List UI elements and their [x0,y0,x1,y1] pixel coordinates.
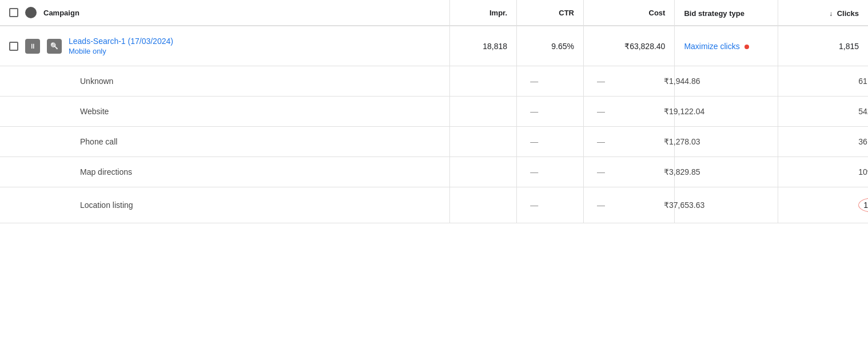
sub-row-cost: ₹1,278.03 [664,137,700,146]
row-checkbox[interactable] [9,42,18,51]
sub-row-ctr-cell: — [517,187,584,223]
red-dot-indicator [744,45,749,49]
bid-strategy-header-label: Bid strategy type [684,9,744,18]
campaign-bid-strategy-cell: Maximize clicks [675,26,778,66]
sub-row-name-cell: Location listing [0,187,450,223]
sub-row-name-cell: Unknown [0,66,450,97]
sub-row-clicks: 109 [858,167,868,177]
cost-column-header[interactable]: Cost [583,0,674,26]
campaign-impr-value: 18,818 [483,42,507,51]
table-header-row: Campaign Impr. CTR Cost Bid strategy typ… [0,0,868,26]
bid-strategy-value: Maximize clicks [684,42,739,51]
campaign-ctr-value: 9.65% [551,42,574,51]
sub-row-clicks-cell: 542 [778,97,868,127]
sub-row-cost: ₹3,829.85 [664,167,700,177]
campaign-name-block: Leads-Search-1 (17/03/2024) Mobile only [69,37,173,55]
header-checkbox[interactable] [9,8,18,17]
sub-row-impr-cell: — [450,157,517,187]
search-icon [47,39,62,54]
sub-row-ctr: — [597,167,605,177]
sub-row-name-cell: Website [0,97,450,127]
sub-row-name: Website [80,107,109,116]
ctr-header-label: CTR [559,9,574,17]
sub-row-clicks: 36 [858,137,867,146]
campaign-impr-cell: 18,818 [450,26,517,66]
campaign-link[interactable]: Leads-Search-1 (17/03/2024) [69,37,173,46]
sub-row-ctr-cell: — [517,157,584,187]
sub-row-clicks-circled: 1,067 [858,198,868,212]
campaign-ctr-cell: 9.65% [517,26,584,66]
sub-row-ctr: — [597,107,605,116]
sub-row-map-directions: Map directions — — ₹3,829.85 109 [0,157,868,187]
sub-row-unknown: Unknown — — ₹1,944.86 61 [0,66,868,97]
campaign-clicks-value: 1,815 [839,42,859,51]
bid-strategy-link[interactable]: Maximize clicks [684,42,742,51]
campaign-row: Leads-Search-1 (17/03/2024) Mobile only … [0,26,868,66]
sub-row-ctr: — [597,200,605,210]
campaign-cost-value: ₹63,828.40 [624,42,665,51]
sort-arrow-icon: ↓ [829,10,833,18]
impr-header-label: Impr. [489,9,507,17]
sub-row-cost: ₹1,944.86 [664,77,700,86]
clicks-header-label: Clicks [837,9,859,18]
campaign-name-line1: Leads-Search-1 (17/03/2024) [69,37,173,46]
sub-row-clicks: 61 [858,77,867,86]
sub-row-ctr: — [597,137,605,146]
cost-header-label: Cost [649,9,666,17]
clicks-column-header[interactable]: ↓ Clicks [778,0,868,26]
bid-strategy-column-header[interactable]: Bid strategy type [675,0,778,26]
sub-row-name: Unknown [80,77,113,86]
campaign-column-header[interactable]: Campaign [0,0,450,26]
sub-row-ctr-cell: — [517,127,584,157]
sub-row-website: Website — — ₹19,122.04 542 [0,97,868,127]
impr-column-header[interactable]: Impr. [450,0,517,26]
sub-row-impr-cell: — [450,97,517,127]
campaign-name-cell: Leads-Search-1 (17/03/2024) Mobile only [0,26,450,66]
sub-row-ctr: — [597,77,605,86]
sub-row-impr-cell: — [450,187,517,223]
sub-row-impr-cell: — [450,127,517,157]
sub-row-name-cell: Map directions [0,157,450,187]
sub-row-cost: ₹19,122.04 [664,107,704,116]
sub-row-ctr-cell: — [517,97,584,127]
campaign-clicks-cell: 1,815 [778,26,868,66]
campaign-cost-cell: ₹63,828.40 [583,26,674,66]
ctr-column-header[interactable]: CTR [517,0,584,26]
sub-row-name: Phone call [80,137,117,146]
sub-row-clicks-cell: 36 [778,127,868,157]
campaign-header-label: Campaign [43,9,79,17]
sub-row-impr: — [530,77,538,86]
sub-row-impr: — [530,107,538,116]
sub-row-clicks-cell: 1,067 [778,187,868,223]
sub-row-impr: — [530,167,538,177]
sub-row-clicks: 542 [858,107,868,116]
sub-row-location-listing: Location listing — — ₹37,653.63 1,067 [0,187,868,223]
table-container: Campaign Impr. CTR Cost Bid strategy typ… [0,0,868,223]
sub-row-impr-cell: — [450,66,517,97]
sub-row-clicks-cell: 61 [778,66,868,97]
campaigns-table: Campaign Impr. CTR Cost Bid strategy typ… [0,0,868,223]
sub-row-impr: — [530,137,538,146]
sub-row-name-cell: Phone call [0,127,450,157]
pause-icon[interactable] [25,39,40,54]
sub-row-clicks-cell: 109 [778,157,868,187]
sub-row-ctr-cell: — [517,66,584,97]
sub-row-phone-call: Phone call — — ₹1,278.03 36 [0,127,868,157]
sub-row-cost: ₹37,653.63 [664,200,704,210]
sub-row-name: Location listing [80,200,133,210]
header-circle-icon [25,7,37,18]
sub-row-name: Map directions [80,167,132,177]
sub-row-impr: — [530,200,538,210]
campaign-subtitle: Mobile only [69,47,173,55]
